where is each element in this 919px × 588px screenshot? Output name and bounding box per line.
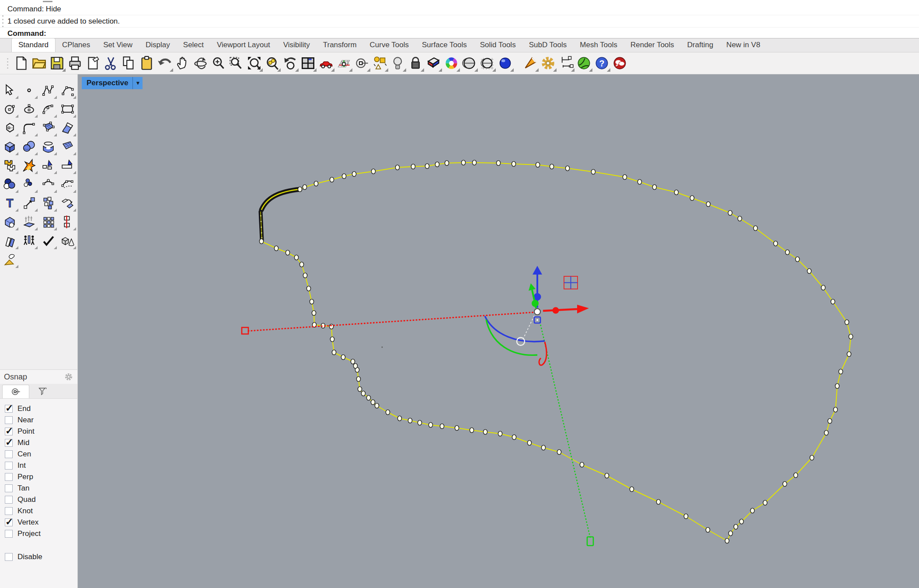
command-prompt[interactable]: Command:: [0, 28, 919, 39]
tool-spheres-button[interactable]: [20, 138, 38, 156]
dropdown-triangle-icon[interactable]: [313, 68, 317, 72]
dropdown-triangle-icon[interactable]: [295, 68, 299, 72]
osnap-project-checkbox[interactable]: [5, 530, 13, 538]
ribbon-tab-cplanes[interactable]: CPlanes: [56, 38, 97, 52]
new-file-button[interactable]: [12, 54, 30, 73]
ribbon-tab-visibility[interactable]: Visibility: [277, 38, 317, 52]
osnap-mid-checkbox[interactable]: [5, 439, 13, 447]
undo-view-button[interactable]: [281, 54, 299, 73]
shaded-sphere-button[interactable]: [460, 54, 478, 73]
dropdown-triangle-icon[interactable]: [35, 209, 38, 212]
object-filter-button[interactable]: [371, 54, 389, 73]
dropdown-triangle-icon[interactable]: [54, 190, 57, 193]
dropdown-triangle-icon[interactable]: [456, 68, 460, 72]
panel-grip-dots[interactable]: [2, 15, 4, 27]
tool-boolean-box-button[interactable]: [0, 213, 19, 231]
osnap-int-checkbox[interactable]: [5, 462, 13, 470]
dropdown-triangle-icon[interactable]: [403, 68, 406, 72]
tool-explode-button[interactable]: [20, 157, 38, 174]
chevron-down-icon[interactable]: ▼: [133, 80, 143, 86]
dropdown-triangle-icon[interactable]: [73, 133, 76, 136]
named-views-button[interactable]: [317, 54, 335, 73]
dropdown-triangle-icon[interactable]: [15, 265, 18, 268]
ribbon-tab-solid-tools[interactable]: Solid Tools: [473, 38, 522, 52]
osnap-tan-checkbox[interactable]: [5, 484, 13, 492]
ribbon-tab-viewport-layout[interactable]: Viewport Layout: [210, 38, 277, 52]
dropdown-triangle-icon[interactable]: [73, 227, 76, 230]
tool-polygon-button[interactable]: [0, 119, 19, 137]
tool-point-button[interactable]: [20, 81, 38, 99]
tool-curve-boolean-button[interactable]: [0, 175, 19, 193]
tool-rotate-button[interactable]: [58, 194, 77, 212]
gear-icon[interactable]: [64, 372, 73, 381]
dropdown-triangle-icon[interactable]: [73, 246, 76, 249]
tool-array-button[interactable]: [39, 213, 58, 231]
ribbon-tab-render-tools[interactable]: Render Tools: [624, 38, 681, 52]
forum-button[interactable]: [611, 54, 629, 73]
osnap-knot-checkbox[interactable]: [5, 507, 13, 515]
tool-flip-button[interactable]: [0, 232, 19, 250]
ribbon-tab-subd-tools[interactable]: SubD Tools: [522, 38, 574, 52]
dropdown-triangle-icon[interactable]: [73, 96, 76, 99]
tool-puzzle-button[interactable]: [0, 157, 19, 174]
tool-text-button[interactable]: T: [0, 194, 19, 212]
dropdown-triangle-icon[interactable]: [15, 133, 18, 136]
dropdown-triangle-icon[interactable]: [35, 96, 38, 99]
dropdown-triangle-icon[interactable]: [259, 68, 263, 72]
viewport-layout-button[interactable]: [299, 54, 317, 73]
dropdown-triangle-icon[interactable]: [571, 68, 574, 72]
tool-arc-button[interactable]: [39, 100, 58, 118]
hide-lamp-button[interactable]: [389, 54, 407, 73]
toolbar-grip-dots[interactable]: [7, 56, 10, 71]
command-history-panel[interactable]: Command: Hide 1 closed curve added to se…: [0, 3, 919, 38]
ribbon-tab-drafting[interactable]: Drafting: [681, 38, 720, 52]
dropdown-triangle-icon[interactable]: [607, 68, 610, 72]
dropdown-triangle-icon[interactable]: [15, 96, 18, 99]
zoom-window-button[interactable]: [227, 54, 245, 73]
dropdown-triangle-icon[interactable]: [15, 190, 18, 193]
osnap-circle-button[interactable]: [353, 54, 371, 73]
export-doc-button[interactable]: [84, 54, 102, 73]
dropdown-triangle-icon[interactable]: [510, 68, 514, 72]
dropdown-triangle-icon[interactable]: [15, 209, 18, 212]
dropdown-triangle-icon[interactable]: [553, 68, 557, 72]
tool-trim-button[interactable]: [39, 157, 58, 174]
spotlight-button[interactable]: [521, 54, 539, 73]
dimension-button[interactable]: [557, 54, 575, 73]
copy-button[interactable]: [120, 54, 138, 73]
dropdown-triangle-icon[interactable]: [62, 68, 66, 72]
dropdown-triangle-icon[interactable]: [35, 190, 38, 193]
layer-cake-button[interactable]: [425, 54, 442, 73]
tool-fillet-button[interactable]: [20, 119, 38, 137]
ribbon-tab-select[interactable]: Select: [177, 38, 210, 52]
dropdown-triangle-icon[interactable]: [54, 209, 57, 212]
zoom-selected-button[interactable]: [263, 54, 281, 73]
save-button[interactable]: [48, 54, 66, 73]
dropdown-triangle-icon[interactable]: [54, 227, 57, 230]
tool-control-curve-button[interactable]: [58, 81, 77, 99]
osnap-disable-checkbox[interactable]: [5, 553, 13, 561]
osnap-point-checkbox[interactable]: [5, 428, 13, 435]
dropdown-triangle-icon[interactable]: [15, 227, 18, 230]
viewport-title-tab[interactable]: Perspective ▼: [82, 77, 143, 89]
tool-constraints-button[interactable]: [20, 232, 38, 250]
osnap-end-checkbox[interactable]: [5, 405, 13, 413]
dropdown-triangle-icon[interactable]: [331, 68, 334, 72]
dropdown-triangle-icon[interactable]: [277, 68, 281, 72]
ribbon-tab-transform[interactable]: Transform: [317, 38, 363, 52]
dropdown-triangle-icon[interactable]: [15, 152, 18, 155]
tool-box-button[interactable]: [0, 138, 19, 156]
lock-button[interactable]: [407, 54, 425, 73]
tool-polyline-button[interactable]: [39, 81, 58, 99]
osnap-quad-checkbox[interactable]: [5, 496, 13, 504]
dropdown-triangle-icon[interactable]: [73, 171, 76, 174]
dropdown-triangle-icon[interactable]: [15, 171, 18, 174]
ribbon-tab-new-in-v8[interactable]: New in V8: [720, 38, 766, 52]
dropdown-triangle-icon[interactable]: [35, 115, 38, 118]
wireframe-sphere-button[interactable]: [478, 54, 496, 73]
dropdown-triangle-icon[interactable]: [35, 133, 38, 136]
dropdown-triangle-icon[interactable]: [492, 68, 496, 72]
tool-rebuild-button[interactable]: [58, 175, 77, 193]
tool-gift-button[interactable]: [0, 251, 19, 268]
osnap-vertex-checkbox[interactable]: [5, 518, 13, 526]
